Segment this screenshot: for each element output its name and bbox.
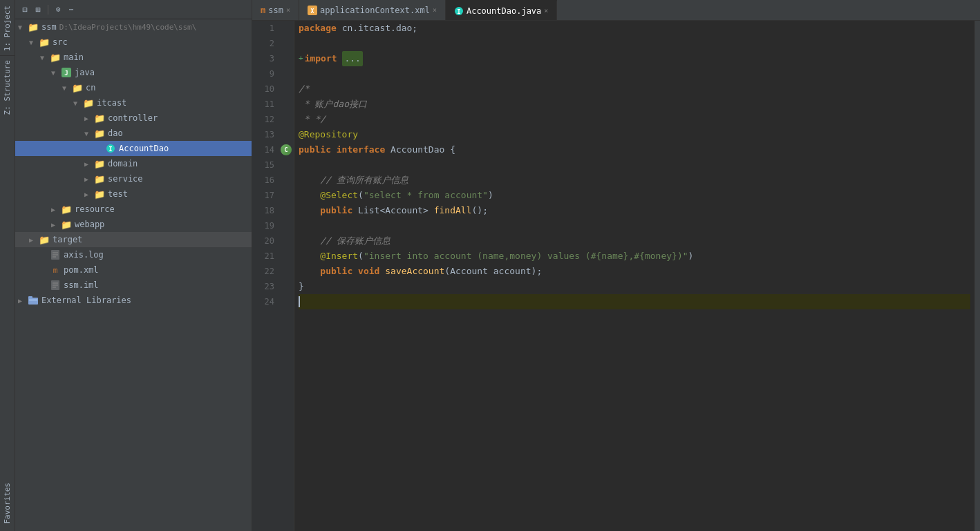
tab-accountdao[interactable]: I AccountDao.java ×: [446, 0, 557, 20]
tree-item-src[interactable]: ▼ 📁 src: [15, 35, 252, 50]
tree-item-test[interactable]: ▶ 📁 test: [15, 186, 252, 202]
linenum-22: 22: [252, 267, 279, 276]
gutter-11: 11: [252, 97, 294, 112]
gutter-24: 24: [252, 294, 294, 309]
linenum-23: 23: [252, 282, 279, 291]
linenum-15: 15: [252, 160, 279, 170]
tree-item-itcast[interactable]: ▼ 📁 itcast: [15, 95, 252, 110]
ssm-tab-icon: m: [261, 6, 265, 15]
paren17a: (: [358, 188, 364, 203]
svg-rect-13: [28, 296, 32, 299]
appctx-tab-icon: X: [308, 6, 317, 15]
gutter-2: 2: [252, 36, 294, 51]
arrow-target: ▶: [29, 236, 39, 244]
expand-all-icon[interactable]: ⊞: [32, 4, 44, 15]
label-resource: resource: [75, 204, 115, 214]
scrollbar-track[interactable]: [974, 21, 980, 531]
project-tab-label[interactable]: 1: Project: [1, 1, 14, 55]
folder-icon-itcast: 📁: [83, 97, 94, 108]
tree-item-ssm-iml[interactable]: ssm.iml: [15, 278, 252, 293]
accountdao-tab-label: AccountDao.java: [467, 6, 541, 16]
kw-public22: public: [320, 264, 352, 279]
code-line-9: [299, 66, 970, 81]
gutter-cell-14[interactable]: C: [279, 144, 294, 155]
tree-item-resource[interactable]: ▶ 📁 resource: [15, 202, 252, 217]
kw-public18: public: [320, 203, 352, 218]
folder-icon-dao: 📁: [94, 128, 105, 139]
tree-item-external-libs[interactable]: ▶ External Libraries: [15, 293, 252, 308]
indent17: [299, 188, 320, 203]
tree-item-main[interactable]: ▼ 📁 main: [15, 50, 252, 65]
linenum-18: 18: [252, 206, 279, 215]
indent21: [299, 249, 320, 264]
label-test: test: [108, 189, 128, 199]
folder-icon-domain: 📁: [94, 158, 105, 169]
label-main: main: [64, 52, 84, 62]
structure-tab-label[interactable]: Z: Structure: [1, 56, 14, 119]
linenum-21: 21: [252, 251, 279, 261]
method-saveaccount: saveAccount: [385, 264, 444, 279]
tab-ssm[interactable]: m ssm ×: [252, 0, 299, 20]
comment-20: // 保存账户信息: [299, 233, 390, 249]
code-line-12: * */: [299, 112, 970, 127]
tree-item-target[interactable]: ▶ 📁 target: [15, 232, 252, 247]
tree-item-service[interactable]: ▶ 📁 service: [15, 171, 252, 186]
tree-item-cn[interactable]: ▼ 📁 cn: [15, 80, 252, 95]
tree-item-dao[interactable]: ▼ 📁 dao: [15, 126, 252, 141]
ssm-tab-label: ssm: [268, 6, 283, 15]
spring-bean-icon[interactable]: C: [281, 144, 292, 155]
more-icon[interactable]: ⋯: [66, 4, 77, 15]
fold-icon-3[interactable]: +: [299, 51, 303, 66]
appctx-tab-close[interactable]: ×: [433, 6, 437, 14]
collapse-all-icon[interactable]: ⊟: [19, 4, 30, 15]
gutter-16: 16: [252, 173, 294, 188]
kw-import: import: [305, 51, 337, 66]
code-line-19: [299, 218, 970, 233]
arrow-ext-libs: ▶: [18, 297, 28, 305]
string-17: "select * from account": [364, 188, 488, 203]
label-axis-log: axis.log: [64, 250, 104, 260]
code-line-17: @Select("select * from account"): [299, 188, 970, 203]
paren17b: ): [488, 188, 493, 203]
tree-item-domain[interactable]: ▶ 📁 domain: [15, 156, 252, 171]
code-line-11: * 账户dao接口: [299, 97, 970, 112]
line-number-gutter: 1 2 3 9: [252, 21, 294, 531]
arrow-controller: ▶: [84, 115, 94, 122]
folder-icon-cn: 📁: [72, 82, 83, 93]
label-src: src: [53, 37, 68, 47]
ssm-tab-close[interactable]: ×: [286, 6, 290, 14]
arrow-service: ▶: [84, 175, 94, 183]
settings-icon[interactable]: ⚙: [53, 4, 64, 15]
appctx-tab-label: applicationContext.xml: [320, 6, 430, 15]
svg-rect-14: [29, 299, 37, 301]
sp22: [352, 264, 358, 279]
code-line-2: [299, 36, 970, 51]
code-line-13: @Repository: [299, 127, 970, 142]
tab-applicationcontext[interactable]: X applicationContext.xml ×: [299, 0, 446, 20]
code-editor-area: 1 2 3 9: [252, 21, 980, 531]
code-text-area[interactable]: package cn.itcast.dao; +import ... /* * …: [294, 21, 974, 531]
tree-item-java[interactable]: ▼ J java: [15, 65, 252, 80]
gutter-10: 10: [252, 81, 294, 97]
accountdao-tab-close[interactable]: ×: [544, 7, 548, 15]
tree-item-axis-log[interactable]: axis.log: [15, 247, 252, 262]
folder-icon-target: 📁: [39, 234, 50, 245]
xml-icon-pom: m: [50, 264, 61, 276]
linenum-11: 11: [252, 99, 279, 109]
folder-icon-main: 📁: [50, 52, 61, 63]
linenum-20: 20: [252, 236, 279, 246]
code-line-15: [299, 157, 970, 173]
tree-item-ssm[interactable]: ▼ 📁 ssm D:\IdeaProjects\hm49\code\ssm\: [15, 19, 252, 35]
closing-brace: }: [299, 279, 304, 294]
cursor: [299, 296, 300, 307]
arrow-main: ▼: [40, 54, 50, 61]
annotation-select: @Select: [320, 188, 358, 203]
tree-item-pom-xml[interactable]: m pom.xml: [15, 262, 252, 278]
tree-item-controller[interactable]: ▶ 📁 controller: [15, 110, 252, 126]
gutter-21: 21: [252, 249, 294, 264]
favorites-tab-label[interactable]: Favorites: [1, 479, 14, 528]
folder-icon-src: 📁: [39, 37, 50, 48]
tree-item-webapp[interactable]: ▶ 📁 webapp: [15, 217, 252, 232]
tree-item-accountdao[interactable]: I AccountDao: [15, 141, 252, 156]
sp14b: [385, 142, 390, 157]
